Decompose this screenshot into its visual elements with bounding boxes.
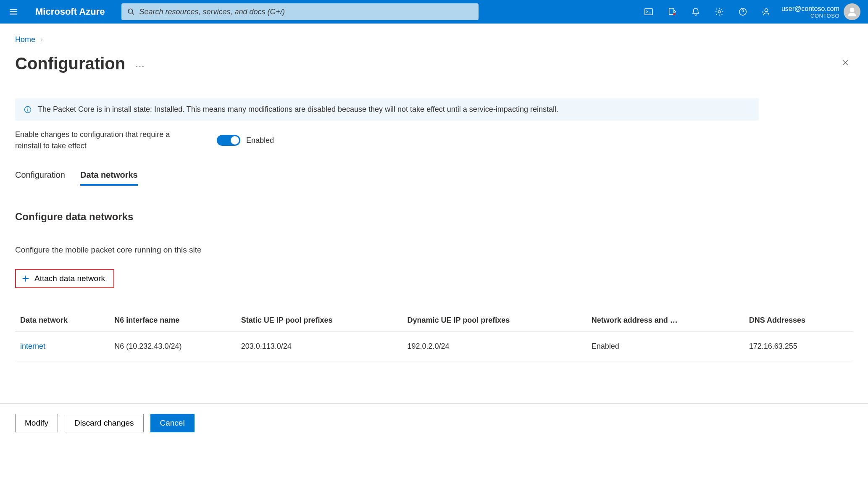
search-placeholder: Search resources, services, and docs (G+…	[139, 8, 285, 16]
svg-point-11	[27, 108, 28, 108]
info-banner-text: The Packet Core is in install state: Ins…	[38, 105, 558, 114]
copilot-icon[interactable]	[667, 7, 677, 17]
modify-button[interactable]: Modify	[15, 414, 58, 432]
discard-changes-button[interactable]: Discard changes	[65, 414, 144, 432]
toggle-state-label: Enabled	[246, 136, 274, 145]
tab-configuration[interactable]: Configuration	[15, 170, 65, 186]
notifications-icon[interactable]	[691, 7, 701, 17]
cell-dns: 172.16.63.255	[744, 332, 853, 361]
more-actions-icon[interactable]: ⋯	[135, 61, 145, 72]
topbar-icon-group	[644, 7, 771, 17]
enable-changes-toggle[interactable]	[217, 135, 240, 146]
tab-data-networks[interactable]: Data networks	[80, 170, 138, 186]
user-email: user@contoso.com	[781, 5, 839, 13]
toggle-description: Enable changes to configuration that req…	[15, 129, 175, 152]
data-networks-table: Data network N6 interface name Static UE…	[15, 309, 853, 361]
global-search-input[interactable]: Search resources, services, and docs (G+…	[121, 3, 479, 20]
footer-action-bar: Modify Discard changes Cancel	[0, 403, 868, 442]
svg-point-0	[129, 9, 133, 13]
svg-point-7	[765, 9, 768, 12]
feedback-icon[interactable]	[761, 7, 771, 17]
section-heading: Configure data networks	[15, 211, 853, 223]
attach-data-network-button[interactable]: Attach data network	[15, 269, 114, 288]
col-static-ue[interactable]: Static UE IP pool prefixes	[236, 309, 402, 332]
cell-n6: N6 (10.232.43.0/24)	[109, 332, 236, 361]
cell-nat: Enabled	[587, 332, 744, 361]
settings-gear-icon[interactable]	[714, 7, 724, 17]
svg-point-4	[673, 13, 676, 16]
table-header-row: Data network N6 interface name Static UE…	[15, 309, 853, 332]
hamburger-menu-icon[interactable]	[3, 2, 24, 22]
data-network-link[interactable]: internet	[20, 342, 45, 350]
plus-icon	[21, 274, 30, 283]
col-network-address[interactable]: Network address and …	[587, 309, 744, 332]
cloud-shell-icon[interactable]	[644, 7, 654, 17]
cell-static: 203.0.113.0/24	[236, 332, 402, 361]
user-tenant: CONTOSO	[781, 13, 839, 19]
cancel-button[interactable]: Cancel	[150, 414, 195, 432]
info-banner: The Packet Core is in install state: Ins…	[15, 98, 759, 121]
user-account-block[interactable]: user@contoso.com CONTOSO	[781, 3, 860, 20]
cell-dynamic: 192.0.2.0/24	[402, 332, 586, 361]
svg-line-1	[132, 13, 134, 15]
search-icon	[127, 8, 135, 16]
col-n6-interface[interactable]: N6 interface name	[109, 309, 236, 332]
col-data-network[interactable]: Data network	[15, 309, 109, 332]
page-title: Configuration	[15, 54, 125, 73]
breadcrumb: Home	[15, 35, 853, 44]
brand-label[interactable]: Microsoft Azure	[35, 6, 105, 17]
attach-button-label: Attach data network	[34, 274, 105, 283]
svg-rect-2	[645, 9, 652, 15]
close-blade-button[interactable]	[838, 57, 853, 71]
info-icon	[24, 105, 32, 114]
svg-rect-3	[669, 8, 674, 15]
help-icon[interactable]	[738, 7, 748, 17]
table-row[interactable]: internet N6 (10.232.43.0/24) 203.0.113.0…	[15, 332, 853, 361]
col-dynamic-ue[interactable]: Dynamic UE IP pool prefixes	[402, 309, 586, 332]
svg-point-5	[718, 11, 721, 13]
chevron-right-icon	[39, 37, 44, 43]
tab-strip: Configuration Data networks	[15, 170, 853, 186]
section-subheading: Configure the mobile packet core running…	[15, 245, 853, 255]
avatar-icon	[844, 3, 860, 20]
breadcrumb-home[interactable]: Home	[15, 35, 35, 44]
svg-point-8	[850, 8, 855, 12]
col-dns[interactable]: DNS Addresses	[744, 309, 853, 332]
top-bar: Microsoft Azure Search resources, servic…	[0, 0, 868, 24]
